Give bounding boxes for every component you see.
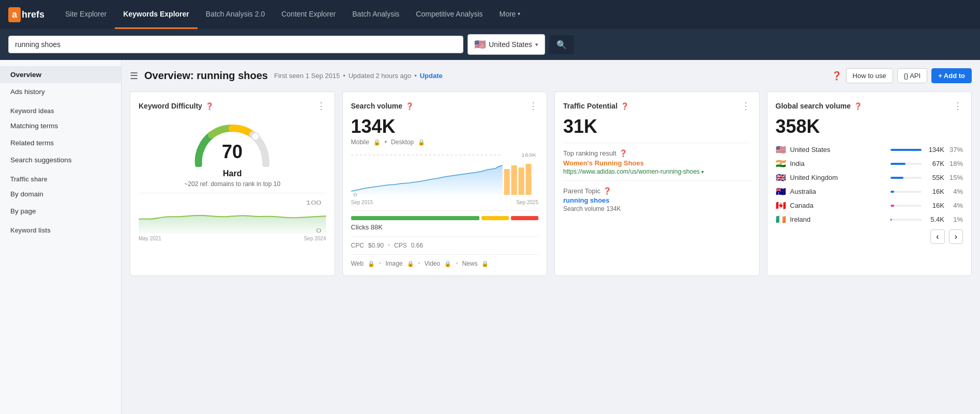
country-row: 🇺🇸 United States 134K 37%: [776, 145, 963, 155]
country-vol: 67K: [926, 160, 944, 167]
gsv-more-icon[interactable]: ⋮: [953, 100, 963, 112]
main-content: ☰ Overview: running shoes First seen 1 S…: [122, 60, 980, 414]
country-pct: 37%: [948, 146, 963, 154]
sidebar-item-overview[interactable]: Overview: [0, 66, 121, 83]
logo-text: hrefs: [22, 9, 44, 20]
lock-icon-news: 🔒: [481, 260, 489, 267]
sv-card-header: Search volume ❓ ⋮: [351, 100, 539, 112]
kd-title: Keyword Difficulty ❓: [139, 102, 214, 110]
sidebar-item-by-page[interactable]: By page: [0, 203, 121, 220]
parent-topic-value[interactable]: running shoes: [563, 196, 751, 204]
sv-value: 134K: [351, 116, 539, 137]
sv-meta: CPC $0.90 • CPS 0.66: [351, 242, 539, 249]
country-row: 🇮🇳 India 67K 18%: [776, 159, 963, 168]
svg-text:163K: 163K: [521, 152, 537, 158]
country-vol: 16K: [926, 188, 944, 195]
tp-help-icon[interactable]: ❓: [621, 102, 629, 110]
sidebar-item-related-terms[interactable]: Related terms: [0, 134, 121, 151]
updated-text: Updated 2 hours ago: [349, 72, 411, 80]
search-input[interactable]: [15, 40, 457, 49]
country-bar: [891, 163, 906, 165]
nav-item-batch-analysis[interactable]: Batch Analysis: [344, 0, 408, 29]
page-title: Overview: running shoes: [144, 70, 268, 82]
gsv-help-icon[interactable]: ❓: [854, 102, 862, 110]
sidebar-item-ads-history[interactable]: Ads history: [0, 83, 121, 100]
update-link[interactable]: Update: [420, 72, 443, 80]
country-flag: 🇺🇸: [776, 145, 786, 155]
nav-item-site-explorer[interactable]: Site Explorer: [57, 0, 115, 29]
sv-title: Search volume ❓: [351, 102, 414, 110]
sidebar-item-search-suggestions[interactable]: Search suggestions: [0, 151, 121, 168]
add-to-button[interactable]: + Add to: [931, 68, 972, 83]
sv-help-icon[interactable]: ❓: [405, 102, 414, 110]
how-to-use-button[interactable]: How to use: [846, 68, 893, 83]
nav-item-more[interactable]: More ▾: [491, 0, 529, 29]
country-vol: 55K: [926, 174, 944, 181]
nav-item-keywords-explorer[interactable]: Keywords Explorer: [115, 0, 198, 29]
country-row: 🇮🇪 Ireland 5.4K 1%: [776, 214, 963, 224]
country-pct: 1%: [948, 216, 963, 223]
country-flag: 🇬🇧: [776, 173, 786, 182]
lock-icon-desktop: 🔒: [418, 139, 425, 146]
sv-chart-start: Sep 2015: [351, 200, 373, 205]
tp-more-icon[interactable]: ⋮: [741, 100, 751, 112]
country-bar: [891, 205, 894, 207]
country-name: United States: [790, 146, 887, 154]
sidebar-item-by-domain[interactable]: By domain: [0, 186, 121, 203]
svg-rect-9: [525, 164, 531, 195]
country-bar: [891, 191, 894, 193]
country-bar-wrap: [891, 163, 922, 165]
search-bar: 🇺🇸 United States ▾ 🔍: [0, 29, 980, 60]
country-name: United Kingdom: [790, 174, 887, 181]
svg-text:0: 0: [353, 192, 357, 197]
kd-gauge-svg: 70: [188, 118, 276, 167]
country-flag: 🇦🇺: [776, 187, 786, 196]
country-name: United States: [489, 40, 532, 49]
svg-rect-8: [518, 167, 524, 195]
clicks-bar-none: [511, 216, 538, 220]
nav-item-batch-analysis-2[interactable]: Batch Analysis 2.0: [198, 0, 273, 29]
gsv-nav: ‹ ›: [776, 229, 963, 244]
kd-gauge: 70: [139, 118, 326, 167]
sidebar-group-keyword-ideas: Keyword ideas: [0, 100, 121, 117]
hamburger-icon[interactable]: ☰: [130, 70, 138, 82]
country-vol: 5.4K: [926, 216, 944, 223]
sv-clicks: Clicks 88K: [351, 223, 539, 231]
logo-icon: a: [8, 7, 21, 22]
country-bar-wrap: [891, 219, 922, 221]
kd-note: ~202 ref. domains to rank in top 10: [139, 180, 326, 188]
logo[interactable]: a hrefs: [8, 7, 44, 22]
country-row: 🇨🇦 Canada 16K 4%: [776, 201, 963, 210]
svg-rect-6: [504, 169, 509, 195]
kd-more-icon[interactable]: ⋮: [316, 100, 326, 112]
chevron-down-icon: ▾: [518, 11, 520, 17]
gsv-prev-button[interactable]: ‹: [930, 229, 944, 244]
sidebar-item-matching-terms[interactable]: Matching terms: [0, 117, 121, 134]
sidebar-group-keyword-lists: Keyword lists: [0, 220, 121, 237]
chevron-down-icon: ▾: [701, 169, 704, 175]
top-result-title[interactable]: Women's Running Shoes: [563, 159, 751, 167]
country-rows-container: 🇺🇸 United States 134K 37% 🇮🇳 India 67K 1…: [776, 145, 963, 224]
top-result-url[interactable]: https://www.adidas.com/us/women-running-…: [563, 168, 751, 175]
nav-item-competitive-analysis[interactable]: Competitive Analysis: [408, 0, 491, 29]
nav-items: Site Explorer Keywords Explorer Batch An…: [57, 0, 529, 29]
country-selector[interactable]: 🇺🇸 United States ▾: [468, 34, 545, 55]
api-button[interactable]: {} API: [897, 68, 928, 83]
country-row: 🇦🇺 Australia 16K 4%: [776, 187, 963, 196]
search-volume-card: Search volume ❓ ⋮ 134K Mobile 🔒 • Deskto…: [342, 91, 548, 276]
tp-top-result-help-icon[interactable]: ❓: [619, 149, 627, 157]
gsv-card-header: Global search volume ❓ ⋮: [776, 100, 963, 112]
kd-help-icon[interactable]: ❓: [205, 102, 214, 110]
kd-label: Hard: [139, 169, 326, 178]
search-input-wrap: [8, 36, 463, 53]
country-bar-wrap: [891, 177, 922, 179]
nav-item-content-explorer[interactable]: Content Explorer: [273, 0, 344, 29]
country-pct: 4%: [948, 202, 963, 209]
country-vol: 16K: [926, 202, 944, 209]
country-flag: 🇮🇪: [776, 214, 786, 224]
search-button[interactable]: 🔍: [549, 35, 574, 54]
tp-parent-topic-help-icon[interactable]: ❓: [603, 187, 611, 195]
gsv-next-button[interactable]: ›: [949, 229, 963, 244]
sv-more-icon[interactable]: ⋮: [529, 100, 538, 112]
main-layout: Overview Ads history Keyword ideas Match…: [0, 60, 980, 414]
